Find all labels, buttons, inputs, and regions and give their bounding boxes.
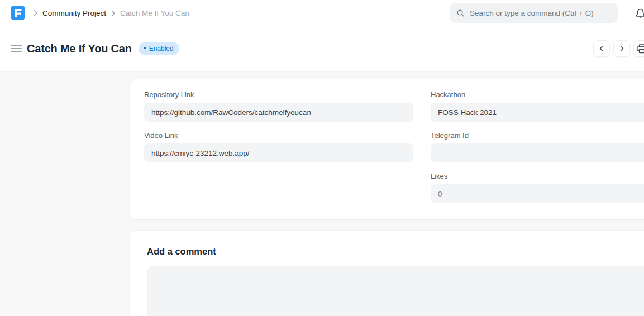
sidebar-toggle-button[interactable] <box>10 42 22 55</box>
menu-icon <box>11 45 22 52</box>
video-link-field: Video Link <box>144 131 413 162</box>
chevron-right-icon <box>618 45 625 52</box>
bell-icon <box>635 8 644 20</box>
breadcrumb: Community Project Catch Me If You Can <box>34 9 189 17</box>
breadcrumb-item-community-project[interactable]: Community Project <box>42 9 106 17</box>
telegram-id-field: Telegram Id <box>431 131 644 162</box>
status-badge: • Enabled <box>139 42 179 55</box>
printer-icon <box>637 44 644 54</box>
header-actions <box>593 40 644 57</box>
details-card: Repository Link Hackathon Video Link Tel… <box>130 79 644 219</box>
hackathon-field: Hackathon <box>431 90 644 122</box>
likes-label: Likes <box>431 172 644 180</box>
top-navbar: Community Project Catch Me If You Can <box>0 0 644 26</box>
telegram-id-label: Telegram Id <box>431 131 644 140</box>
next-record-button[interactable] <box>613 40 630 57</box>
chevron-right-icon <box>34 10 37 16</box>
hackathon-label: Hackathon <box>431 90 644 99</box>
print-button[interactable] <box>633 40 644 57</box>
frappe-logo[interactable] <box>11 6 25 20</box>
chevron-right-icon <box>111 10 115 16</box>
status-badge-label: Enabled <box>149 45 174 52</box>
page-header: Catch Me If You Can • Enabled <box>0 26 644 71</box>
video-link-input[interactable] <box>144 143 413 162</box>
comments-card: Add a comment <box>130 231 644 316</box>
video-link-label: Video Link <box>144 131 413 140</box>
chevron-left-icon <box>598 45 605 52</box>
comment-textarea[interactable] <box>147 266 644 316</box>
status-dot-icon: • <box>144 44 146 52</box>
add-comment-heading: Add a comment <box>147 246 216 257</box>
prev-record-button[interactable] <box>593 40 610 57</box>
repository-link-field: Repository Link <box>144 90 413 122</box>
repository-link-input[interactable] <box>144 103 413 122</box>
hackathon-input[interactable] <box>431 103 644 122</box>
notifications-button[interactable] <box>633 6 644 21</box>
frappe-f-icon <box>15 9 22 17</box>
global-search[interactable] <box>450 3 618 23</box>
telegram-id-input[interactable] <box>431 143 644 162</box>
page-title: Catch Me If You Can <box>27 42 132 55</box>
likes-field: Likes <box>431 172 644 203</box>
repository-link-label: Repository Link <box>144 90 413 99</box>
likes-input[interactable] <box>431 184 644 203</box>
search-input[interactable] <box>470 9 611 17</box>
breadcrumb-item-current[interactable]: Catch Me If You Can <box>120 9 189 17</box>
search-icon <box>456 9 465 17</box>
